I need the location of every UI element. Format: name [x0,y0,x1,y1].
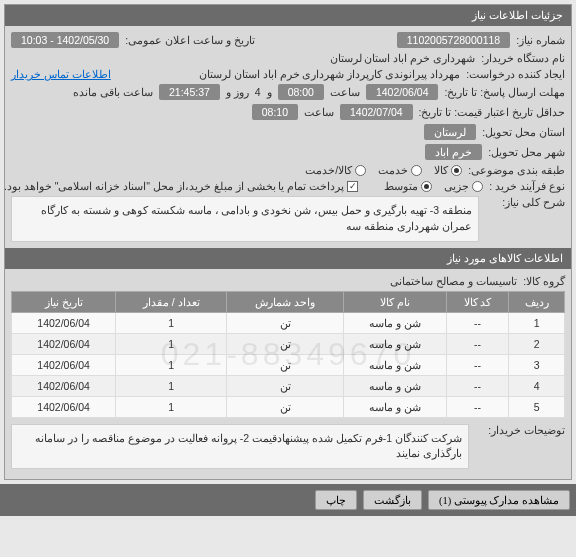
th-date: تاریخ نیاز [12,291,116,312]
table-cell: -- [446,396,508,417]
buyer-label: نام دستگاه خریدار: [481,52,565,64]
table-cell: تن [227,396,344,417]
goods-table: ردیف کد کالا نام کالا واحد شمارش تعداد /… [11,291,565,418]
th-code: کد کالا [446,291,508,312]
time-label-1: ساعت [330,86,360,98]
announce-value: 1402/05/30 - 10:03 [11,32,119,48]
row-province: استان محل تحویل: لرستان [11,124,565,140]
radio-icon [355,165,366,176]
table-cell: -- [446,354,508,375]
group-label: گروه کالا: [523,275,565,287]
radio-icon [472,181,483,192]
row-validity: حداقل تاریخ اعتبار قیمت: تا تاریخ: 1402/… [11,104,565,120]
row-requester: ایجاد کننده درخواست: مهرداد پیرانوندی کا… [11,68,565,80]
city-value: خرم اباد [425,144,482,160]
table-cell: 1402/06/04 [12,354,116,375]
table-cell: 2 [509,333,565,354]
table-cell: شن و ماسه [343,396,446,417]
process-label: نوع فرآیند خرید : [489,180,565,192]
radio-mid[interactable]: متوسط [384,180,432,192]
th-row: ردیف [509,291,565,312]
requester-label: ایجاد کننده درخواست: [466,68,565,80]
buyer-notes-box: شرکت کنندگان 1-فرم تکمیل شده پیشنهادقیمت… [11,424,469,470]
table-cell: 1 [509,312,565,333]
validity-label: حداقل تاریخ اعتبار قیمت: تا تاریخ: [419,106,565,118]
table-row[interactable]: 1--شن و ماسهتن11402/06/04 [12,312,565,333]
table-row[interactable]: 3--شن و ماسهتن11402/06/04 [12,354,565,375]
province-value: لرستان [424,124,476,140]
remain-suffix: ساعت باقی مانده [73,86,153,98]
table-cell: 1 [116,396,227,417]
table-cell: شن و ماسه [343,333,446,354]
table-cell: 1 [116,354,227,375]
radio-both[interactable]: کالا/خدمت [305,164,366,176]
th-unit: واحد شمارش [227,291,344,312]
row-buyer-notes: توضیحات خریدار: شرکت کنندگان 1-فرم تکمیل… [11,424,565,470]
row-deadline: مهلت ارسال پاسخ: تا تاریخ: 1402/06/04 سا… [11,84,565,100]
goods-header-title: اطلاعات کالاهای مورد نیاز [447,252,563,264]
th-name: نام کالا [343,291,446,312]
table-cell: 1402/06/04 [12,333,116,354]
payment-note: پرداخت تمام یا بخشی از مبلغ خرید،از محل … [4,180,344,192]
table-cell: تن [227,312,344,333]
footer-bar: مشاهده مدارک پیوستی (1) بازگشت چاپ [0,484,576,516]
table-cell: 1 [116,375,227,396]
table-row[interactable]: 5--شن و ماسهتن11402/06/04 [12,396,565,417]
remain-days: 4 [255,86,261,98]
remain-days-label: روز و [226,86,249,98]
buyer-notes-label: توضیحات خریدار: [475,424,565,436]
table-cell: 3 [509,354,565,375]
requester-value: مهرداد پیرانوندی کارپرداز شهرداری خرم اب… [117,68,460,80]
subject-radios: کالا خدمت کالا/خدمت [305,164,462,176]
table-cell: تن [227,333,344,354]
table-cell: شن و ماسه [343,312,446,333]
panel-body: شماره نیاز: 1102005728000118 تاریخ و ساع… [5,26,571,479]
table-cell: 4 [509,375,565,396]
announce-label: تاریخ و ساعت اعلان عمومی: [125,34,255,46]
city-label: شهر محل تحویل: [488,146,565,158]
back-button[interactable]: بازگشت [363,490,422,510]
need-number-value: 1102005728000118 [397,32,510,48]
subject-label: طبقه بندی موضوعی: [468,164,565,176]
row-need-desc: شرح کلی نیاز: منطقه 3- تهیه بارگیری و حم… [11,196,565,242]
deadline-time: 08:00 [278,84,324,100]
group-value: تاسیسات و مصالح ساختمانی [390,275,517,287]
table-cell: 5 [509,396,565,417]
remain-time: 21:45:37 [159,84,220,100]
remain-prefix: و [267,86,272,98]
radio-service[interactable]: خدمت [378,164,422,176]
print-button[interactable]: چاپ [315,490,357,510]
payment-checkbox[interactable]: پرداخت تمام یا بخشی از مبلغ خرید،از محل … [4,180,358,192]
process-radios: جزیی متوسط [384,180,483,192]
row-buyer: نام دستگاه خریدار: شهرداری خرم اباد استا… [11,52,565,64]
contact-link[interactable]: اطلاعات تماس خریدار [11,68,111,80]
deadline-label: مهلت ارسال پاسخ: تا تاریخ: [444,86,565,98]
need-desc-box: منطقه 3- تهیه بارگیری و حمل بیس، شن نخود… [11,196,479,242]
panel-header: جزئیات اطلاعات نیاز [5,5,571,26]
deadline-date: 1402/06/04 [366,84,439,100]
details-panel: جزئیات اطلاعات نیاز شماره نیاز: 11020057… [4,4,572,480]
table-cell: شن و ماسه [343,375,446,396]
row-process: نوع فرآیند خرید : جزیی متوسط پرداخت تمام… [11,180,565,192]
table-row[interactable]: 4--شن و ماسهتن11402/06/04 [12,375,565,396]
row-subject: طبقه بندی موضوعی: کالا خدمت کالا/خدمت [11,164,565,176]
radio-icon [451,165,462,176]
table-cell: -- [446,375,508,396]
table-cell: 1 [116,312,227,333]
table-cell: تن [227,354,344,375]
row-group: گروه کالا: تاسیسات و مصالح ساختمانی [11,275,565,287]
table-header-row: ردیف کد کالا نام کالا واحد شمارش تعداد /… [12,291,565,312]
attachments-button[interactable]: مشاهده مدارک پیوستی (1) [428,490,570,510]
table-cell: -- [446,333,508,354]
radio-goods[interactable]: کالا [434,164,462,176]
radio-juzi[interactable]: جزیی [444,180,483,192]
table-cell: 1402/06/04 [12,396,116,417]
time-label-2: ساعت [304,106,334,118]
buyer-value: شهرداری خرم اباد استان لرستان [11,52,475,64]
checkbox-icon [347,181,358,192]
table-row[interactable]: 2--شن و ماسهتن11402/06/04 [12,333,565,354]
table-wrapper: 021-88349670 ردیف کد کالا نام کالا واحد … [11,291,565,418]
validity-time: 08:10 [252,104,298,120]
goods-header: اطلاعات کالاهای مورد نیاز [5,248,571,269]
table-cell: 1 [116,333,227,354]
